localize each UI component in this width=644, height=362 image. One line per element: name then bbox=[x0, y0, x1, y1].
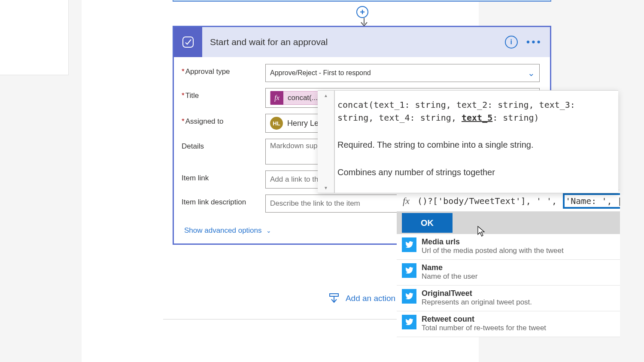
param-description: Required. The string to combine into a s… bbox=[337, 137, 609, 152]
fx-icon: fx bbox=[270, 91, 283, 105]
label-item-link: Item link bbox=[182, 170, 265, 183]
dynamic-item-originaltweet[interactable]: OriginalTweet Represents an original twe… bbox=[397, 286, 620, 311]
twitter-icon bbox=[402, 289, 416, 304]
dyn-desc: Name of the user bbox=[422, 272, 615, 281]
item-link-desc-placeholder: Describe the link to the item bbox=[270, 199, 360, 208]
add-action-icon bbox=[328, 293, 340, 304]
expression-input[interactable]: ()?['body/TweetText'], ' ', 'Name: ', | bbox=[416, 193, 620, 209]
fx-icon: fx bbox=[397, 195, 416, 207]
show-advanced-link[interactable]: Show advanced options ⌄ bbox=[184, 226, 271, 235]
expression-panel: fx ()?['body/TweetText'], ' ', 'Name: ',… bbox=[397, 190, 620, 337]
dynamic-content-list: Media urls Url of the media posted along… bbox=[397, 234, 620, 337]
show-advanced-label: Show advanced options bbox=[184, 226, 262, 235]
approval-type-select[interactable]: Approve/Reject - First to respond ⌄ bbox=[265, 64, 540, 82]
dynamic-item-media-urls[interactable]: Media urls Url of the media posted along… bbox=[397, 234, 620, 260]
card-title: Start and wait for an approval bbox=[210, 37, 505, 47]
label-title: Title bbox=[182, 88, 265, 100]
dynamic-item-retweet-count[interactable]: Retweet count Total number of re-tweets … bbox=[397, 311, 620, 337]
insert-step-button[interactable]: + bbox=[356, 6, 368, 18]
add-action-label: Add an action bbox=[346, 294, 395, 303]
svg-rect-0 bbox=[183, 37, 193, 47]
dyn-desc: Url of the media posted along with the t… bbox=[422, 246, 615, 255]
function-signature: concat(text_1: string, text_2: string, t… bbox=[337, 98, 609, 124]
avatar: HL bbox=[270, 117, 283, 130]
mouse-cursor bbox=[477, 226, 485, 237]
label-details: Details bbox=[182, 139, 265, 151]
left-panel-stub bbox=[0, 0, 69, 75]
add-action-button[interactable]: Add an action bbox=[328, 293, 395, 304]
intellisense-tooltip: ▲ ▼ concat(text_1: string, text_2: strin… bbox=[318, 90, 618, 193]
current-param-highlight: 'Name: ', | bbox=[563, 193, 620, 209]
dyn-title: OriginalTweet bbox=[422, 289, 615, 298]
tooltip-scrollbar[interactable]: ▲ ▼ bbox=[318, 91, 335, 193]
dyn-desc: Total number of re-tweets for the tweet bbox=[422, 324, 615, 332]
twitter-icon bbox=[402, 263, 416, 278]
twitter-icon bbox=[402, 315, 416, 329]
twitter-icon bbox=[402, 237, 416, 252]
approval-type-value: Approve/Reject - First to respond bbox=[270, 69, 371, 77]
label-assigned-to: Assigned to bbox=[182, 114, 265, 126]
dyn-desc: Represents an original tweet post. bbox=[422, 298, 615, 307]
more-menu-icon[interactable]: ••• bbox=[526, 36, 542, 48]
ok-row: OK bbox=[397, 212, 620, 234]
label-approval-type: Approval type bbox=[182, 64, 265, 76]
ok-button[interactable]: OK bbox=[402, 213, 453, 233]
svg-rect-1 bbox=[330, 294, 338, 296]
card-header[interactable]: Start and wait for an approval i ••• bbox=[174, 27, 550, 57]
chevron-down-icon: ⌄ bbox=[528, 68, 535, 78]
expression-input-row[interactable]: fx ()?['body/TweetText'], ' ', 'Name: ',… bbox=[397, 190, 620, 212]
label-item-link-desc: Item link description bbox=[182, 195, 265, 207]
dyn-title: Retweet count bbox=[422, 315, 615, 324]
dyn-title: Name bbox=[422, 263, 615, 272]
prev-step-edge bbox=[173, 0, 551, 2]
dyn-title: Media urls bbox=[422, 237, 615, 246]
dynamic-item-name[interactable]: Name Name of the user bbox=[397, 260, 620, 286]
info-icon[interactable]: i bbox=[505, 36, 518, 49]
chevron-down-icon: ⌄ bbox=[266, 227, 271, 234]
approval-icon bbox=[174, 27, 202, 57]
function-description: Combines any number of strings together bbox=[337, 164, 609, 180]
